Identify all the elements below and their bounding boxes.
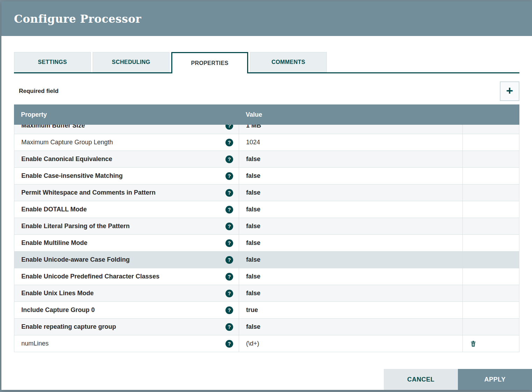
property-value-cell[interactable]: (\d+) [239,335,463,352]
tab-scheduling[interactable]: SCHEDULING [93,52,170,72]
property-name: numLines [21,340,49,347]
property-name: Enable Unicode-aware Case Folding [21,256,130,263]
property-value-cell[interactable]: false [239,268,463,285]
column-header-value: Value [239,111,462,118]
property-value: false [246,323,260,331]
help-icon[interactable]: ? [225,155,233,163]
row-actions-cell [463,184,519,201]
row-actions-cell [463,151,519,167]
table-row[interactable]: Enable Unicode-aware Case Folding ? fals… [14,252,519,268]
property-value-cell[interactable]: false [239,235,463,251]
row-actions-cell [463,201,519,218]
table-row[interactable]: Enable Canonical Equivalence ? false [14,151,519,168]
property-cell: Enable Multiline Mode ? [14,235,239,251]
table-row[interactable]: Include Capture Group 0 ? true [14,302,519,319]
property-value-cell[interactable]: false [239,285,463,302]
property-value: (\d+) [246,340,259,347]
property-cell: numLines ? [14,335,239,352]
property-name: Permit Whitespace and Comments in Patter… [21,189,156,196]
help-icon[interactable]: ? [225,172,233,180]
tab-properties[interactable]: PROPERTIES [171,52,248,73]
property-value-cell[interactable]: false [239,201,463,218]
property-value: false [246,206,260,213]
help-icon[interactable]: ? [225,273,233,281]
required-field-label: Required field [19,88,58,95]
property-value-cell[interactable]: 1024 [239,134,463,151]
row-actions-cell [463,235,519,251]
property-name: Enable Literal Parsing of the Pattern [21,223,130,230]
help-icon[interactable]: ? [225,206,233,213]
help-icon[interactable]: ? [225,306,233,314]
dialog-titlebar: Configure Processor [1,1,532,36]
table-row[interactable]: Enable Multiline Mode ? false [14,235,519,252]
dialog-title: Configure Processor [14,13,141,25]
tab-comments[interactable]: COMMENTS [250,52,327,72]
property-value-cell[interactable]: false [239,218,463,234]
property-value: false [246,189,260,196]
table-row[interactable]: Permit Whitespace and Comments in Patter… [14,184,519,201]
property-value: false [246,290,260,297]
property-cell: Enable DOTALL Mode ? [14,201,239,218]
property-cell: Enable Unix Lines Mode ? [14,285,239,302]
property-value: false [246,223,260,230]
row-actions-cell [463,252,519,268]
help-icon[interactable]: ? [225,340,233,348]
property-value: false [246,155,260,163]
table-row[interactable]: Maximum Capture Group Length ? 1024 [14,134,519,151]
apply-button[interactable]: APPLY [458,369,532,390]
property-name: Enable DOTALL Mode [21,206,87,213]
dialog-footer: CANCEL APPLY [384,369,532,390]
property-value-cell[interactable]: false [239,151,463,167]
help-icon[interactable]: ? [225,189,233,197]
table-row[interactable]: Enable Unix Lines Mode ? false [14,285,519,302]
tab-settings[interactable]: SETTINGS [14,52,91,72]
property-value-cell[interactable]: false [239,168,463,184]
property-value: false [246,239,260,247]
property-value-cell[interactable]: false [239,184,463,201]
property-cell: Include Capture Group 0 ? [14,302,239,318]
property-value-cell[interactable]: false [239,319,463,335]
property-name: Enable Multiline Mode [21,239,87,247]
table-row[interactable]: Enable Literal Parsing of the Pattern ? … [14,218,519,235]
property-cell: Enable Literal Parsing of the Pattern ? [14,218,239,234]
dialog-content: SETTINGS SCHEDULING PROPERTIES COMMENTS … [1,52,532,352]
table-row[interactable]: numLines ? (\d+) [14,335,519,352]
table-row[interactable]: Enable repeating capture group ? false [14,319,519,335]
row-actions-cell [463,319,519,335]
property-value: false [246,256,260,263]
help-icon[interactable]: ? [225,223,233,230]
add-property-button[interactable]: + [500,81,519,101]
property-cell: Enable Unicode Predefined Character Clas… [14,268,239,285]
row-actions-cell [463,335,519,352]
property-cell: Enable Unicode-aware Case Folding ? [14,252,239,268]
property-cell: Enable repeating capture group ? [14,319,239,335]
table-row[interactable]: Enable Case-insensitive Matching ? false [14,168,519,184]
help-icon[interactable]: ? [225,139,233,146]
property-cell: Enable Canonical Equivalence ? [14,151,239,167]
row-actions-cell [463,218,519,234]
table-toolbar: Required field + [14,81,519,101]
property-value-cell[interactable]: false [239,252,463,268]
table-row[interactable]: Enable DOTALL Mode ? false [14,201,519,218]
column-header-property: Property [14,111,239,118]
plus-icon: + [506,85,513,96]
row-actions-cell [463,168,519,184]
property-name: Enable Canonical Equivalence [21,155,112,163]
property-name: Enable Case-insensitive Matching [21,172,123,180]
row-actions-cell [463,285,519,302]
trash-icon[interactable] [470,340,477,347]
property-name: Include Capture Group 0 [21,306,95,314]
table-row[interactable]: Enable Unicode Predefined Character Clas… [14,268,519,285]
help-icon[interactable]: ? [225,239,233,247]
property-cell: Permit Whitespace and Comments in Patter… [14,184,239,201]
help-icon[interactable]: ? [225,256,233,264]
row-actions-cell [463,302,519,318]
row-actions-cell [463,134,519,151]
property-value-cell[interactable]: true [239,302,463,318]
table-header: Property Value [14,104,519,125]
property-name: Maximum Capture Group Length [21,139,113,146]
cancel-button[interactable]: CANCEL [384,369,458,390]
help-icon[interactable]: ? [225,290,233,297]
help-icon[interactable]: ? [225,323,233,331]
properties-table: Maximum Buffer Size ? 1 MB [14,117,519,352]
